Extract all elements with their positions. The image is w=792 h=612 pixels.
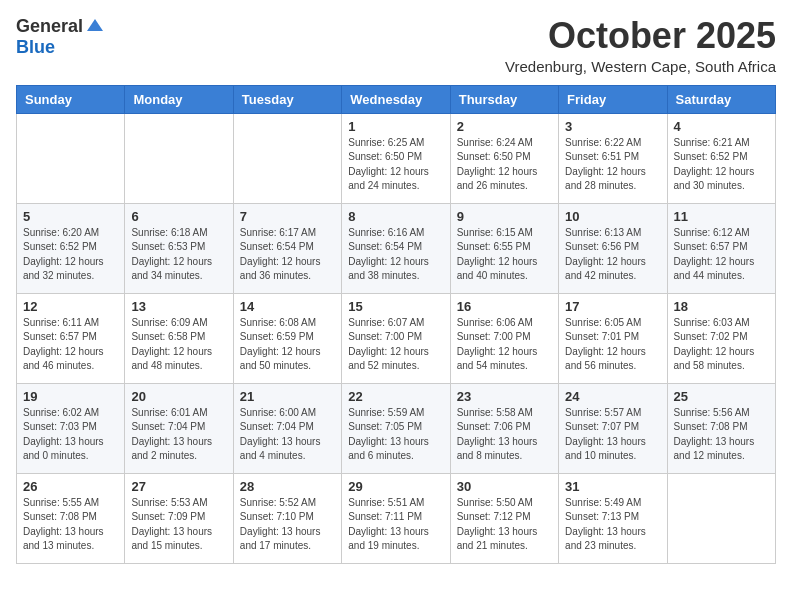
table-row: 14Sunrise: 6:08 AM Sunset: 6:59 PM Dayli…	[233, 293, 341, 383]
table-row: 23Sunrise: 5:58 AM Sunset: 7:06 PM Dayli…	[450, 383, 558, 473]
month-title: October 2025	[505, 16, 776, 56]
table-row	[667, 473, 775, 563]
table-row	[233, 113, 341, 203]
day-info: Sunrise: 6:15 AM Sunset: 6:55 PM Dayligh…	[457, 226, 552, 284]
day-number: 16	[457, 299, 552, 314]
table-row: 9Sunrise: 6:15 AM Sunset: 6:55 PM Daylig…	[450, 203, 558, 293]
day-info: Sunrise: 5:52 AM Sunset: 7:10 PM Dayligh…	[240, 496, 335, 554]
table-row: 12Sunrise: 6:11 AM Sunset: 6:57 PM Dayli…	[17, 293, 125, 383]
table-row: 20Sunrise: 6:01 AM Sunset: 7:04 PM Dayli…	[125, 383, 233, 473]
calendar-row-0: 1Sunrise: 6:25 AM Sunset: 6:50 PM Daylig…	[17, 113, 776, 203]
logo-icon	[85, 17, 105, 37]
day-number: 20	[131, 389, 226, 404]
table-row: 11Sunrise: 6:12 AM Sunset: 6:57 PM Dayli…	[667, 203, 775, 293]
day-number: 23	[457, 389, 552, 404]
logo-general: General	[16, 16, 83, 37]
weekday-header-monday: Monday	[125, 85, 233, 113]
day-number: 15	[348, 299, 443, 314]
day-number: 21	[240, 389, 335, 404]
table-row: 26Sunrise: 5:55 AM Sunset: 7:08 PM Dayli…	[17, 473, 125, 563]
logo-blue: Blue	[16, 37, 55, 57]
weekday-header-thursday: Thursday	[450, 85, 558, 113]
day-number: 28	[240, 479, 335, 494]
table-row: 10Sunrise: 6:13 AM Sunset: 6:56 PM Dayli…	[559, 203, 667, 293]
table-row: 16Sunrise: 6:06 AM Sunset: 7:00 PM Dayli…	[450, 293, 558, 383]
day-number: 10	[565, 209, 660, 224]
table-row: 8Sunrise: 6:16 AM Sunset: 6:54 PM Daylig…	[342, 203, 450, 293]
calendar-row-2: 12Sunrise: 6:11 AM Sunset: 6:57 PM Dayli…	[17, 293, 776, 383]
table-row: 28Sunrise: 5:52 AM Sunset: 7:10 PM Dayli…	[233, 473, 341, 563]
table-row: 7Sunrise: 6:17 AM Sunset: 6:54 PM Daylig…	[233, 203, 341, 293]
day-info: Sunrise: 6:21 AM Sunset: 6:52 PM Dayligh…	[674, 136, 769, 194]
calendar-row-1: 5Sunrise: 6:20 AM Sunset: 6:52 PM Daylig…	[17, 203, 776, 293]
day-info: Sunrise: 6:05 AM Sunset: 7:01 PM Dayligh…	[565, 316, 660, 374]
weekday-header-row: SundayMondayTuesdayWednesdayThursdayFrid…	[17, 85, 776, 113]
day-number: 29	[348, 479, 443, 494]
table-row	[17, 113, 125, 203]
day-number: 24	[565, 389, 660, 404]
table-row: 4Sunrise: 6:21 AM Sunset: 6:52 PM Daylig…	[667, 113, 775, 203]
day-info: Sunrise: 6:20 AM Sunset: 6:52 PM Dayligh…	[23, 226, 118, 284]
logo: General Blue	[16, 16, 105, 58]
day-number: 7	[240, 209, 335, 224]
day-info: Sunrise: 5:50 AM Sunset: 7:12 PM Dayligh…	[457, 496, 552, 554]
day-info: Sunrise: 5:57 AM Sunset: 7:07 PM Dayligh…	[565, 406, 660, 464]
calendar-row-4: 26Sunrise: 5:55 AM Sunset: 7:08 PM Dayli…	[17, 473, 776, 563]
day-info: Sunrise: 5:56 AM Sunset: 7:08 PM Dayligh…	[674, 406, 769, 464]
table-row: 5Sunrise: 6:20 AM Sunset: 6:52 PM Daylig…	[17, 203, 125, 293]
table-row	[125, 113, 233, 203]
day-info: Sunrise: 5:55 AM Sunset: 7:08 PM Dayligh…	[23, 496, 118, 554]
table-row: 15Sunrise: 6:07 AM Sunset: 7:00 PM Dayli…	[342, 293, 450, 383]
table-row: 6Sunrise: 6:18 AM Sunset: 6:53 PM Daylig…	[125, 203, 233, 293]
table-row: 3Sunrise: 6:22 AM Sunset: 6:51 PM Daylig…	[559, 113, 667, 203]
weekday-header-wednesday: Wednesday	[342, 85, 450, 113]
weekday-header-tuesday: Tuesday	[233, 85, 341, 113]
day-info: Sunrise: 6:13 AM Sunset: 6:56 PM Dayligh…	[565, 226, 660, 284]
day-number: 3	[565, 119, 660, 134]
day-info: Sunrise: 5:59 AM Sunset: 7:05 PM Dayligh…	[348, 406, 443, 464]
day-info: Sunrise: 6:12 AM Sunset: 6:57 PM Dayligh…	[674, 226, 769, 284]
day-number: 13	[131, 299, 226, 314]
table-row: 21Sunrise: 6:00 AM Sunset: 7:04 PM Dayli…	[233, 383, 341, 473]
table-row: 1Sunrise: 6:25 AM Sunset: 6:50 PM Daylig…	[342, 113, 450, 203]
day-info: Sunrise: 5:51 AM Sunset: 7:11 PM Dayligh…	[348, 496, 443, 554]
calendar-row-3: 19Sunrise: 6:02 AM Sunset: 7:03 PM Dayli…	[17, 383, 776, 473]
day-number: 27	[131, 479, 226, 494]
day-info: Sunrise: 6:09 AM Sunset: 6:58 PM Dayligh…	[131, 316, 226, 374]
table-row: 18Sunrise: 6:03 AM Sunset: 7:02 PM Dayli…	[667, 293, 775, 383]
day-info: Sunrise: 6:08 AM Sunset: 6:59 PM Dayligh…	[240, 316, 335, 374]
table-row: 22Sunrise: 5:59 AM Sunset: 7:05 PM Dayli…	[342, 383, 450, 473]
day-info: Sunrise: 6:11 AM Sunset: 6:57 PM Dayligh…	[23, 316, 118, 374]
table-row: 27Sunrise: 5:53 AM Sunset: 7:09 PM Dayli…	[125, 473, 233, 563]
day-number: 25	[674, 389, 769, 404]
day-number: 30	[457, 479, 552, 494]
weekday-header-sunday: Sunday	[17, 85, 125, 113]
day-number: 9	[457, 209, 552, 224]
day-number: 19	[23, 389, 118, 404]
day-number: 17	[565, 299, 660, 314]
day-info: Sunrise: 6:25 AM Sunset: 6:50 PM Dayligh…	[348, 136, 443, 194]
day-info: Sunrise: 6:16 AM Sunset: 6:54 PM Dayligh…	[348, 226, 443, 284]
day-info: Sunrise: 5:49 AM Sunset: 7:13 PM Dayligh…	[565, 496, 660, 554]
day-number: 5	[23, 209, 118, 224]
weekday-header-saturday: Saturday	[667, 85, 775, 113]
day-info: Sunrise: 6:07 AM Sunset: 7:00 PM Dayligh…	[348, 316, 443, 374]
day-number: 4	[674, 119, 769, 134]
day-info: Sunrise: 6:24 AM Sunset: 6:50 PM Dayligh…	[457, 136, 552, 194]
subtitle: Vredenburg, Western Cape, South Africa	[505, 58, 776, 75]
day-info: Sunrise: 6:03 AM Sunset: 7:02 PM Dayligh…	[674, 316, 769, 374]
svg-marker-0	[87, 19, 103, 31]
day-info: Sunrise: 6:00 AM Sunset: 7:04 PM Dayligh…	[240, 406, 335, 464]
day-number: 18	[674, 299, 769, 314]
table-row: 13Sunrise: 6:09 AM Sunset: 6:58 PM Dayli…	[125, 293, 233, 383]
day-number: 6	[131, 209, 226, 224]
table-row: 2Sunrise: 6:24 AM Sunset: 6:50 PM Daylig…	[450, 113, 558, 203]
calendar: SundayMondayTuesdayWednesdayThursdayFrid…	[16, 85, 776, 564]
table-row: 29Sunrise: 5:51 AM Sunset: 7:11 PM Dayli…	[342, 473, 450, 563]
day-info: Sunrise: 5:58 AM Sunset: 7:06 PM Dayligh…	[457, 406, 552, 464]
day-number: 22	[348, 389, 443, 404]
day-number: 11	[674, 209, 769, 224]
day-info: Sunrise: 6:22 AM Sunset: 6:51 PM Dayligh…	[565, 136, 660, 194]
table-row: 31Sunrise: 5:49 AM Sunset: 7:13 PM Dayli…	[559, 473, 667, 563]
table-row: 24Sunrise: 5:57 AM Sunset: 7:07 PM Dayli…	[559, 383, 667, 473]
